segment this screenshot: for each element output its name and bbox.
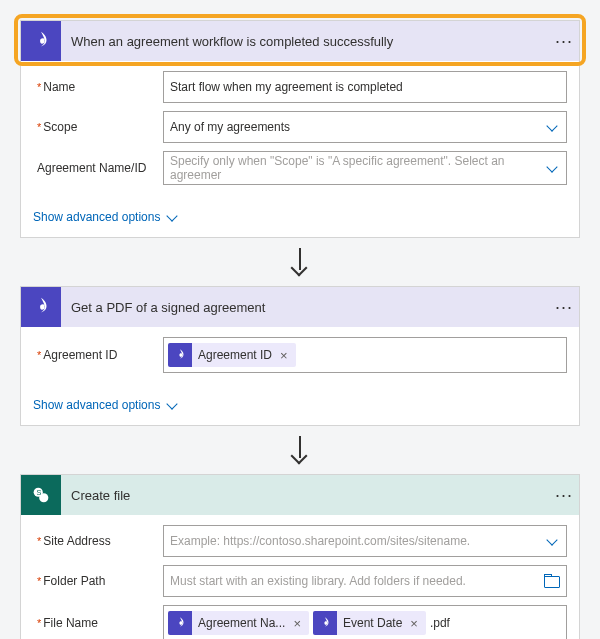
create-file-body: Site Address Example: https://contoso.sh… [21, 515, 579, 639]
file-name-row: File Name Agreement Na... × Event Date ×… [33, 605, 567, 639]
svg-text:S: S [36, 488, 41, 497]
arrow-down-icon [288, 436, 312, 464]
token-remove-icon[interactable]: × [276, 348, 292, 363]
token-remove-icon[interactable]: × [406, 616, 422, 631]
advanced-row: Show advanced options [21, 391, 579, 425]
file-name-label: File Name [33, 616, 163, 630]
folder-path-input[interactable]: Must start with an existing library. Add… [163, 565, 567, 597]
agreement-input[interactable]: Specify only when "Scope" is "A specific… [163, 151, 567, 185]
adobe-sign-icon [21, 21, 61, 61]
chevron-down-icon [546, 120, 560, 134]
chevron-down-icon [166, 398, 180, 412]
agreement-id-label: Agreement ID [33, 348, 163, 362]
adobe-sign-icon [21, 287, 61, 327]
token-remove-icon[interactable]: × [289, 616, 305, 631]
scope-label: Scope [33, 120, 163, 134]
agreement-row: Agreement Name/ID Specify only when "Sco… [33, 151, 567, 185]
trigger-card: When an agreement workflow is completed … [20, 20, 580, 238]
show-advanced-link[interactable]: Show advanced options [33, 398, 180, 412]
show-advanced-link[interactable]: Show advanced options [33, 210, 180, 224]
action-card-get-pdf: Get a PDF of a signed agreement ··· Agre… [20, 286, 580, 426]
get-pdf-header[interactable]: Get a PDF of a signed agreement ··· [21, 287, 579, 327]
create-file-header[interactable]: S Create file ··· [21, 475, 579, 515]
chevron-down-icon [166, 210, 180, 224]
token-agreement-id[interactable]: Agreement ID × [168, 343, 296, 367]
trigger-title: When an agreement workflow is completed … [71, 34, 549, 49]
name-label: Name [33, 80, 163, 94]
chevron-down-icon [546, 534, 560, 548]
agreement-label: Agreement Name/ID [33, 161, 163, 175]
chevron-down-icon [546, 161, 560, 175]
name-row: Name Start flow when my agreement is com… [33, 71, 567, 103]
folder-picker-icon[interactable] [544, 574, 560, 588]
folder-path-row: Folder Path Must start with an existing … [33, 565, 567, 597]
more-button[interactable]: ··· [549, 485, 579, 506]
file-name-input[interactable]: Agreement Na... × Event Date × .pdf [163, 605, 567, 639]
token-agreement-name[interactable]: Agreement Na... × [168, 611, 309, 635]
more-button[interactable]: ··· [549, 31, 579, 52]
trigger-body: Name Start flow when my agreement is com… [21, 61, 579, 203]
file-name-suffix: .pdf [430, 616, 450, 630]
create-file-title: Create file [71, 488, 549, 503]
arrow-down-icon [288, 248, 312, 276]
sharepoint-icon: S [21, 475, 61, 515]
scope-input[interactable]: Any of my agreements [163, 111, 567, 143]
agreement-id-input[interactable]: Agreement ID × [163, 337, 567, 373]
more-button[interactable]: ··· [549, 297, 579, 318]
name-input[interactable]: Start flow when my agreement is complete… [163, 71, 567, 103]
flow-arrow [20, 238, 580, 286]
get-pdf-title: Get a PDF of a signed agreement [71, 300, 549, 315]
scope-row: Scope Any of my agreements [33, 111, 567, 143]
get-pdf-body: Agreement ID Agreement ID × [21, 327, 579, 391]
site-address-row: Site Address Example: https://contoso.sh… [33, 525, 567, 557]
adobe-sign-icon [168, 343, 192, 367]
adobe-sign-icon [313, 611, 337, 635]
advanced-row: Show advanced options [21, 203, 579, 237]
site-address-input[interactable]: Example: https://contoso.sharepoint.com/… [163, 525, 567, 557]
site-address-label: Site Address [33, 534, 163, 548]
agreement-id-row: Agreement ID Agreement ID × [33, 337, 567, 373]
folder-path-label: Folder Path [33, 574, 163, 588]
action-card-create-file: S Create file ··· Site Address Example: … [20, 474, 580, 639]
token-event-date[interactable]: Event Date × [313, 611, 426, 635]
flow-arrow [20, 426, 580, 474]
adobe-sign-icon [168, 611, 192, 635]
trigger-header[interactable]: When an agreement workflow is completed … [21, 21, 579, 61]
